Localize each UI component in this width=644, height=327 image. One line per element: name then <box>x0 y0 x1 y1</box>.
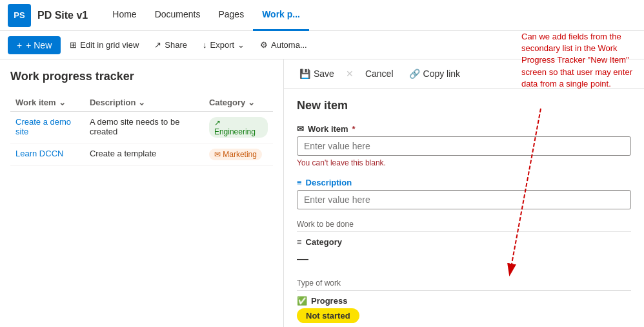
progress-badge[interactable]: Not started <box>297 308 359 323</box>
progress-field-group: ✅ Progress Not started Current state of … <box>297 296 631 327</box>
plus-icon: + <box>17 40 22 50</box>
automate-icon: ⚙ <box>260 40 268 50</box>
sort-icon-cat: ⌄ <box>248 98 255 107</box>
category-value: — <box>297 249 631 268</box>
nav-home[interactable]: Home <box>103 0 145 31</box>
annotation-box: Can we add fields from the secondary lis… <box>521 31 638 90</box>
sort-icon-desc: ⌄ <box>138 98 145 107</box>
col-work-item[interactable]: Work item ⌄ <box>10 94 85 112</box>
tracker-title: Work progress tracker <box>10 70 273 83</box>
sort-icon-work: ⌄ <box>59 98 66 107</box>
export-chevron: ⌄ <box>237 40 245 50</box>
link-icon: 🔗 <box>409 69 420 79</box>
col-category[interactable]: Category ⌄ <box>204 94 273 112</box>
table-cell-desc: Create a template <box>85 143 204 166</box>
share-button[interactable]: ↗ Share <box>148 36 194 54</box>
section-work-to-be-done: Work to be done <box>297 220 631 232</box>
copy-link-button[interactable]: 🔗 Copy link <box>404 66 466 81</box>
cancel-button[interactable]: Cancel <box>360 66 399 81</box>
grid-icon: ⊞ <box>70 40 77 50</box>
envelope-icon: ✉ <box>297 124 304 134</box>
export-icon: ↓ <box>203 40 207 50</box>
separator: ✕ <box>346 69 354 79</box>
list-icon-cat: ≡ <box>297 237 302 247</box>
table-row: Create a demo site A demo site needs to … <box>10 112 273 143</box>
col-description[interactable]: Description ⌄ <box>85 94 204 112</box>
category-tag: ↗ Engineering <box>209 117 268 138</box>
description-field-group: ≡ Description <box>297 178 631 209</box>
work-item-error: You can't leave this blank. <box>297 158 631 167</box>
app-icon: PS <box>8 4 31 27</box>
progress-label: ✅ Progress <box>297 296 631 306</box>
nav-pages[interactable]: Pages <box>209 0 253 31</box>
export-button[interactable]: ↓ Export ⌄ <box>196 36 251 54</box>
description-label: ≡ Description <box>297 178 631 187</box>
top-nav: PS PD Site v1 Home Documents Pages Work … <box>0 0 644 31</box>
work-item-link[interactable]: Learn DCCN <box>15 149 63 158</box>
nav-links: Home Documents Pages Work p... <box>103 0 309 31</box>
table-row: Learn DCCN Create a template ✉ Marketing <box>10 143 273 166</box>
work-item-link[interactable]: Create a demo site <box>15 117 71 136</box>
form-title: New item <box>297 99 631 112</box>
form-body: New item ✉ Work item * You can't leave t… <box>284 89 644 327</box>
required-mark: * <box>352 124 356 134</box>
data-table: Work item ⌄ Description ⌄ Category ⌄ Cre… <box>10 94 273 166</box>
edit-grid-button[interactable]: ⊞ Edit in grid view <box>63 36 145 54</box>
list-icon: ≡ <box>297 178 302 187</box>
category-tag: ✉ Marketing <box>209 149 262 160</box>
new-button[interactable]: + + New <box>8 36 61 54</box>
save-icon: 💾 <box>299 69 310 79</box>
left-panel: Work progress tracker Work item ⌄ Descri… <box>0 59 284 327</box>
right-panel: 💾 Save ✕ Cancel 🔗 Copy link New item ✉ W… <box>284 59 644 327</box>
share-icon: ↗ <box>154 40 161 50</box>
work-item-label: ✉ Work item * <box>297 124 631 134</box>
nav-work[interactable]: Work p... <box>253 0 309 31</box>
nav-documents[interactable]: Documents <box>146 0 210 31</box>
site-title: PD Site v1 <box>37 10 88 21</box>
description-input[interactable] <box>297 190 631 209</box>
table-cell-desc: A demo site needs to be created <box>85 112 204 143</box>
type-of-work-label: Type of work <box>297 279 631 291</box>
work-item-input[interactable] <box>297 136 631 156</box>
main-area: Work progress tracker Work item ⌄ Descri… <box>0 59 644 327</box>
table-cell-cat: ↗ Engineering <box>204 112 273 143</box>
category-label: ≡ Category <box>297 237 631 247</box>
table-cell-cat: ✉ Marketing <box>204 143 273 166</box>
check-icon: ✅ <box>297 296 307 306</box>
category-field-group: ≡ Category — <box>297 237 631 268</box>
automate-button[interactable]: ⚙ Automa... <box>254 36 314 54</box>
save-button[interactable]: 💾 Save <box>294 66 339 81</box>
work-item-field-group: ✉ Work item * You can't leave this blank… <box>297 124 631 167</box>
